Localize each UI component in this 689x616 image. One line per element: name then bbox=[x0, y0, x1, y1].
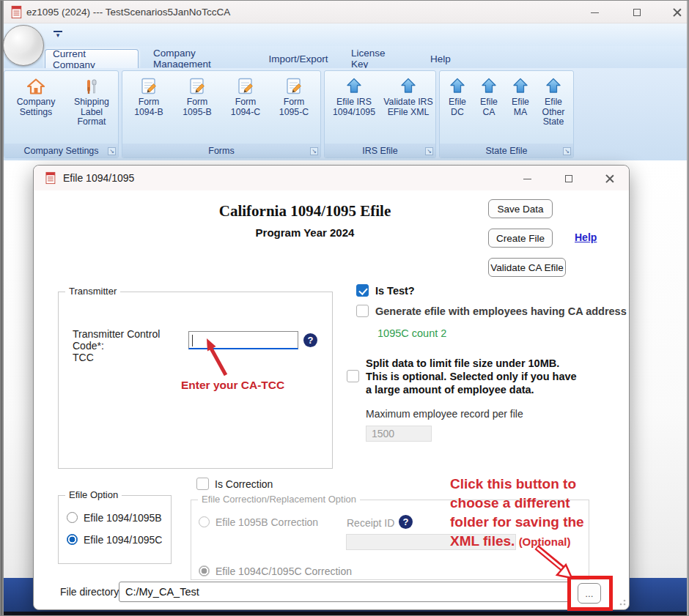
window-left-edge bbox=[1, 1, 4, 616]
dialog-launcher-icon[interactable]: ↘ bbox=[563, 147, 571, 155]
tcc-help-icon[interactable]: ? bbox=[303, 333, 317, 347]
ribbon-button-validate-irs-efile-xml[interactable]: Validate IRS EFile XML bbox=[382, 74, 435, 117]
ribbon-button-shipping-label-format[interactable]: Shipping Label Format bbox=[66, 74, 117, 127]
dialog-launcher-icon[interactable]: ↘ bbox=[310, 147, 318, 155]
split-data-label: Split data to limit file size under 10MB… bbox=[366, 357, 577, 396]
dialog-minimize-button[interactable] bbox=[514, 171, 540, 187]
quick-access-toolbar bbox=[1, 23, 689, 46]
text-caret bbox=[192, 335, 193, 346]
upload-icon bbox=[345, 74, 363, 96]
dialog-subheading: Program Year 2024 bbox=[151, 226, 459, 239]
maximize-icon bbox=[565, 175, 572, 182]
app-window: ez1095 (2024) --- TestScenarios5JanNoTcc… bbox=[0, 0, 689, 616]
dialog-title: Efile 1094/1095 bbox=[63, 172, 134, 184]
efile-1094-1095b-label: Efile 1094/1095B bbox=[84, 512, 162, 524]
split-data-checkbox[interactable] bbox=[347, 370, 359, 382]
create-file-button[interactable]: Create File bbox=[488, 229, 553, 248]
form-icon bbox=[284, 74, 303, 96]
is-correction-checkbox[interactable] bbox=[196, 478, 209, 490]
tab-license-key[interactable]: License Key bbox=[344, 49, 411, 68]
efile-1094-1095b-radio[interactable] bbox=[67, 512, 78, 523]
optional-note: (Optional) bbox=[519, 535, 571, 548]
efile-1095b-correction-radio[interactable] bbox=[199, 516, 210, 527]
file-directory-label: File directory: bbox=[60, 586, 122, 598]
tab-import-export[interactable]: Import/Export bbox=[259, 49, 338, 68]
dialog-launcher-icon[interactable]: ↘ bbox=[425, 147, 433, 155]
file-directory-input[interactable] bbox=[119, 582, 570, 602]
ribbon-button-efile-other-state[interactable]: Efile Other State bbox=[535, 74, 572, 127]
ribbon-group-irs-efile: Efile IRS 1094/1095 Validate IRS EFile X… bbox=[324, 70, 436, 158]
efile-1095b-correction-label: Efile 1095B Correction bbox=[215, 516, 318, 528]
dialog-maximize-button[interactable] bbox=[556, 171, 582, 187]
ribbon-button-company-settings[interactable]: Company Settings bbox=[9, 74, 63, 117]
form-icon bbox=[236, 74, 255, 96]
highlight-rectangle bbox=[567, 576, 613, 611]
efile-1094c-1095c-correction-label: Efile 1094C/1095C Correction bbox=[215, 565, 352, 577]
ribbon-group-company-settings: Company Settings Shipping Label Format C… bbox=[4, 70, 119, 158]
group-label-state-efile: State Efile bbox=[440, 144, 573, 157]
efile-option-groupbox: Efile Option bbox=[58, 495, 172, 564]
minimize-icon bbox=[591, 12, 599, 13]
form-icon bbox=[139, 74, 158, 96]
ribbon-button-form-1095-b[interactable]: Form 1095-B bbox=[175, 74, 219, 117]
maximize-icon bbox=[633, 9, 641, 16]
receipt-id-help-icon[interactable]: ? bbox=[399, 515, 413, 529]
tcc-annotation: Enter your CA-TCC bbox=[181, 379, 284, 392]
dialog-icon bbox=[44, 171, 56, 188]
dialog-close-button[interactable] bbox=[597, 171, 623, 187]
tools-icon bbox=[83, 74, 100, 96]
transmitter-legend: Transmitter bbox=[65, 286, 120, 297]
max-records-label: Maximum employee record per file bbox=[366, 408, 523, 420]
upload-icon bbox=[399, 74, 417, 96]
ribbon-button-form-1094-c[interactable]: Form 1094-C bbox=[224, 74, 268, 117]
is-test-checkbox[interactable] bbox=[356, 284, 369, 297]
upload-icon bbox=[480, 74, 498, 96]
count-text: 1095C count 2 bbox=[377, 327, 446, 339]
group-label-company-settings: Company Settings bbox=[4, 144, 118, 157]
group-label-irs-efile: IRS Efile bbox=[325, 144, 435, 157]
correction-legend: Efile Correction/Replacement Option bbox=[198, 494, 360, 505]
save-data-button[interactable]: Save Data bbox=[488, 199, 553, 218]
maximize-button[interactable] bbox=[624, 5, 649, 20]
window-bottom-edge bbox=[1, 612, 689, 616]
minimize-button[interactable] bbox=[582, 5, 607, 20]
home-icon bbox=[26, 74, 45, 96]
is-correction-label: Is Correction bbox=[215, 478, 273, 490]
window-title: ez1095 (2024) --- TestScenarios5JanNoTcc… bbox=[26, 7, 230, 18]
efile-1094c-1095c-correction-radio[interactable] bbox=[199, 565, 210, 576]
ribbon-group-state-efile: Efile DC Efile CA Efile MA Efile Other S… bbox=[439, 70, 574, 158]
dialog-launcher-icon[interactable]: ↘ bbox=[108, 147, 116, 155]
validate-ca-efile-button[interactable]: Validate CA Efile bbox=[488, 258, 566, 277]
upload-icon bbox=[449, 74, 466, 96]
dialog-heading: California 1094/1095 Efile bbox=[151, 202, 459, 220]
tcc-input[interactable] bbox=[188, 331, 298, 349]
tab-current-company[interactable]: Current Company bbox=[45, 49, 139, 68]
upload-icon bbox=[545, 74, 562, 96]
application-orb-button[interactable] bbox=[3, 25, 44, 66]
ribbon-button-efile-ma[interactable]: Efile MA bbox=[506, 74, 535, 117]
upload-icon bbox=[512, 74, 529, 96]
generate-ca-checkbox[interactable] bbox=[356, 305, 369, 317]
tab-help[interactable]: Help bbox=[423, 49, 458, 68]
form-icon bbox=[188, 74, 207, 96]
ribbon-button-form-1094-b[interactable]: Form 1094-B bbox=[127, 74, 171, 117]
help-link[interactable]: Help bbox=[575, 231, 597, 243]
receipt-id-label: Receipt ID bbox=[347, 517, 394, 529]
efile-option-legend: Efile Option bbox=[65, 489, 122, 500]
close-icon bbox=[605, 174, 614, 183]
ribbon-button-efile-dc[interactable]: Efile DC bbox=[443, 74, 472, 117]
minimize-icon bbox=[523, 179, 531, 179]
ribbon-group-forms: Form 1094-B Form 1095-B Form 1094-C Form… bbox=[122, 70, 321, 158]
ribbon-button-efile-ca[interactable]: Efile CA bbox=[474, 74, 504, 117]
tab-company-management[interactable]: Company Management bbox=[146, 49, 250, 68]
app-icon bbox=[10, 5, 23, 22]
close-button[interactable] bbox=[665, 5, 689, 20]
group-label-forms: Forms bbox=[122, 144, 320, 157]
close-icon bbox=[673, 8, 682, 17]
is-test-label: Is Test? bbox=[375, 285, 415, 297]
ribbon-button-efile-irs-1094-1095[interactable]: Efile IRS 1094/1095 bbox=[328, 74, 380, 117]
efile-1094-1095c-radio[interactable] bbox=[67, 534, 78, 545]
customize-toolbar-icon[interactable]: ▾ bbox=[54, 31, 62, 39]
max-records-input: 1500 bbox=[366, 426, 432, 442]
ribbon-button-form-1095-c[interactable]: Form 1095-C bbox=[272, 74, 316, 117]
